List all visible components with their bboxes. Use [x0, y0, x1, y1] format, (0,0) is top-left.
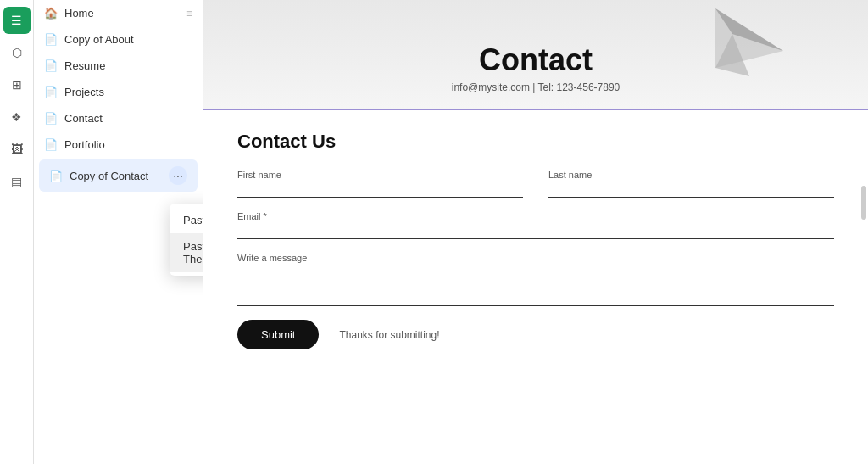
page-doc-icon-2: 📄	[44, 59, 58, 72]
context-menu-paste[interactable]: Paste ⌘ + V	[170, 207, 203, 233]
page-doc-icon-3: 📄	[44, 86, 58, 98]
media-icon-btn[interactable]: 🖼	[3, 136, 31, 163]
page-item-home[interactable]: 🏠 Home ≡	[34, 0, 203, 26]
form-field-firstname: First name	[237, 170, 523, 198]
email-underline	[237, 238, 834, 239]
contact-form-section: Contact Us First name Last name Email * …	[203, 110, 868, 370]
apps-icon-btn[interactable]: ⊞	[3, 71, 31, 98]
components-icon-btn[interactable]: ❖	[3, 103, 31, 131]
media-icon: 🖼	[11, 143, 23, 156]
page-item-portfolio[interactable]: 📄 Portfolio	[34, 131, 203, 158]
page-item-contact[interactable]: 📄 Contact	[34, 105, 203, 131]
apps-icon: ⊞	[12, 78, 22, 92]
lastname-label: Last name	[548, 170, 834, 180]
form-field-message: Write a message	[237, 253, 834, 306]
submit-button[interactable]: Submit	[237, 320, 319, 349]
context-menu-paste-theme[interactable]: Paste & Apply Site Theme ⌘ + Shift + V	[170, 233, 203, 272]
thanks-text: Thanks for submitting!	[339, 329, 439, 341]
home-icon: 🏠	[44, 7, 58, 20]
page-label-projects: Projects	[64, 86, 192, 98]
submit-row: Submit Thanks for submitting!	[237, 320, 834, 349]
form-field-lastname: Last name	[548, 170, 834, 198]
preview-header-content: Contact info@mysite.com | Tel: 123-456-7…	[452, 42, 620, 100]
context-menu: Paste ⌘ + V Paste & Apply Site Theme ⌘ +…	[170, 204, 203, 276]
preview-page-subtitle: info@mysite.com | Tel: 123-456-7890	[452, 81, 620, 93]
scrollbar-hint[interactable]	[861, 186, 866, 220]
page-label-copy-about: Copy of About	[64, 33, 192, 46]
page-doc-icon-4: 📄	[44, 112, 58, 125]
firstname-label: First name	[237, 170, 523, 180]
page-label-portfolio: Portfolio	[64, 138, 192, 151]
page-context-menu-btn[interactable]: ···	[169, 166, 187, 185]
paste-label: Paste	[183, 214, 203, 226]
pages-icon: ☰	[11, 14, 22, 27]
decoration-svg	[682, 0, 817, 110]
page-item-resume[interactable]: 📄 Resume	[34, 53, 203, 79]
preview-header: Contact info@mysite.com | Tel: 123-456-7…	[203, 0, 868, 110]
page-label-contact: Contact	[64, 112, 192, 125]
icon-toolbar: ☰ ⬡ ⊞ ❖ 🖼 ▤	[0, 0, 34, 464]
email-label: Email *	[237, 211, 834, 221]
page-label-resume: Resume	[64, 59, 192, 72]
paint-icon: ⬡	[12, 46, 22, 59]
design-icon-btn[interactable]: ⬡	[3, 39, 31, 66]
lastname-underline	[548, 197, 834, 198]
pages-panel: 🏠 Home ≡ 📄 Copy of About 📄 Resume 📄 Proj…	[34, 0, 203, 464]
message-label: Write a message	[237, 253, 834, 263]
page-label-home: Home	[64, 7, 94, 20]
firstname-underline	[237, 197, 523, 198]
main-preview-area: Contact info@mysite.com | Tel: 123-456-7…	[203, 0, 868, 464]
pages-icon-btn[interactable]: ☰	[3, 7, 31, 34]
home-page-options: ≡	[186, 8, 192, 20]
preview-page-title: Contact	[452, 42, 620, 78]
page-doc-icon-6: 📄	[49, 170, 63, 182]
page-item-copy-about[interactable]: 📄 Copy of About	[34, 26, 203, 53]
paste-theme-label: Paste & Apply Site Theme	[183, 240, 203, 266]
page-item-projects[interactable]: 📄 Projects	[34, 79, 203, 105]
components-icon: ❖	[11, 110, 22, 124]
website-preview: Contact info@mysite.com | Tel: 123-456-7…	[203, 0, 868, 464]
page-doc-icon-1: 📄	[44, 33, 58, 46]
menu-icon: ▤	[11, 175, 22, 188]
message-underline	[237, 305, 834, 306]
page-item-copy-contact[interactable]: 📄 Copy of Contact ···	[39, 159, 198, 192]
contact-form-title: Contact Us	[237, 131, 834, 153]
page-label-copy-contact: Copy of Contact	[70, 170, 162, 182]
page-doc-icon-5: 📄	[44, 138, 58, 151]
menu-icon-btn[interactable]: ▤	[3, 168, 31, 195]
form-row-name: First name Last name	[237, 170, 834, 198]
form-field-email: Email *	[237, 211, 834, 239]
